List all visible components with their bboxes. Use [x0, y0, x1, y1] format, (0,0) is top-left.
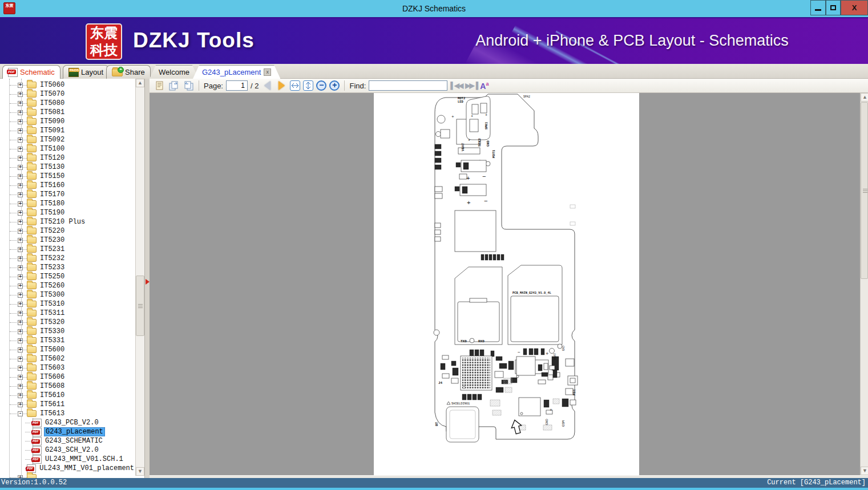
tree-item-folder[interactable]: IT5320: [0, 318, 135, 327]
tree-item-pdf-file[interactable]: UL243_MMI_V01.SCH.1: [0, 455, 135, 464]
tree-item-folder[interactable]: IT5230: [0, 236, 135, 245]
tree-item-folder[interactable]: IT5250: [0, 272, 135, 281]
tree-item-folder-expanded[interactable]: IT5613: [0, 409, 135, 418]
expand-plus-icon[interactable]: [18, 256, 23, 261]
tree-item-folder[interactable]: IT5092: [0, 135, 135, 144]
tree-item-folder[interactable]: IT5070: [0, 90, 135, 99]
expand-plus-icon[interactable]: [18, 128, 23, 133]
tree-item-folder[interactable]: IT5190: [0, 208, 135, 217]
expand-plus-icon[interactable]: [18, 320, 23, 325]
tree-item-pdf-file[interactable]: G243_pLacement: [0, 427, 135, 436]
tree-item-folder[interactable]: IT5080: [0, 99, 135, 108]
expand-plus-icon[interactable]: [18, 357, 23, 362]
pdf-scrollbar-thumb[interactable]: [861, 102, 868, 279]
expand-plus-icon[interactable]: [18, 375, 23, 380]
tree-item-folder[interactable]: IT5311: [0, 309, 135, 318]
scroll-up-icon[interactable]: ▲: [861, 93, 868, 102]
tree-item-folder[interactable]: IT5180: [0, 199, 135, 208]
tab-layout[interactable]: Layout: [63, 65, 109, 79]
expand-plus-icon[interactable]: [18, 284, 23, 289]
minimize-button[interactable]: [810, 0, 826, 15]
scroll-down-icon[interactable]: ▼: [136, 467, 144, 476]
expand-plus-icon[interactable]: [18, 384, 23, 389]
expand-plus-icon[interactable]: [18, 101, 23, 106]
expand-plus-icon[interactable]: [18, 311, 23, 316]
expand-plus-icon[interactable]: [18, 274, 23, 280]
tree-item-folder[interactable]: IT5600: [0, 345, 135, 354]
pdf-viewport[interactable]: MOT2 LED SPA2 SPK1 VBAT SPK3 GND MOT1 + …: [150, 93, 860, 475]
expand-plus-icon[interactable]: [18, 293, 23, 298]
tree-item-folder[interactable]: IT5100: [0, 144, 135, 153]
tree-item-folder[interactable]: IT5120: [0, 153, 135, 163]
tree-item-folder[interactable]: IT5603: [0, 363, 135, 372]
rotate-page-right-button[interactable]: [168, 80, 180, 91]
expand-plus-icon[interactable]: [18, 183, 23, 188]
tree-scrollbar[interactable]: ▲ ▼: [135, 79, 144, 476]
fit-page-button[interactable]: [303, 80, 313, 91]
tree-item-pdf-file[interactable]: G243_PCB_V2.0: [0, 418, 135, 427]
find-input[interactable]: [369, 80, 447, 91]
rotate-page-left-button[interactable]: [183, 80, 194, 91]
collapse-minus-icon[interactable]: [18, 411, 23, 416]
tab-close-icon[interactable]: x: [264, 68, 271, 76]
expand-plus-icon[interactable]: [18, 393, 23, 398]
tree-item-folder[interactable]: IT5331: [0, 336, 135, 345]
fit-width-button[interactable]: [290, 80, 300, 91]
expand-plus-icon[interactable]: [18, 147, 23, 152]
tree-item-folder[interactable]: IT5081: [0, 108, 135, 117]
tree-item-folder[interactable]: IT5602: [0, 354, 135, 363]
tree-item-folder[interactable]: IT5231: [0, 245, 135, 254]
expand-plus-icon[interactable]: [18, 92, 23, 97]
tab-schematic[interactable]: Schematic: [2, 65, 60, 79]
expand-plus-icon[interactable]: [18, 338, 23, 343]
expand-plus-icon[interactable]: [18, 238, 23, 243]
next-page-button[interactable]: [276, 80, 287, 91]
expand-plus-icon[interactable]: [18, 192, 23, 197]
tree-item-folder[interactable]: IT5610: [0, 391, 135, 400]
expand-plus-icon[interactable]: [18, 119, 23, 124]
tree-item-folder[interactable]: IT5220: [0, 226, 135, 236]
expand-plus-icon[interactable]: [18, 347, 23, 353]
expand-plus-icon[interactable]: [18, 137, 23, 143]
previous-page-button[interactable]: [261, 80, 273, 91]
tree-item-folder-partial[interactable]: [0, 473, 135, 478]
tree-item-pdf-file[interactable]: UL243_MMI_V01_placement: [0, 464, 135, 473]
expand-plus-icon[interactable]: [18, 165, 23, 170]
expand-plus-icon[interactable]: [18, 83, 23, 88]
find-previous-button[interactable]: ▌◀◀: [450, 82, 462, 90]
scroll-down-icon[interactable]: ▼: [861, 467, 868, 475]
tab-share[interactable]: Share: [106, 65, 151, 79]
find-next-button[interactable]: ▶▶▐: [465, 82, 477, 90]
tree-item-folder[interactable]: IT5130: [0, 163, 135, 172]
expand-plus-icon[interactable]: [18, 329, 23, 334]
copy-page-button[interactable]: [154, 80, 165, 91]
expand-plus-icon[interactable]: [18, 174, 23, 179]
close-button[interactable]: X: [841, 0, 868, 15]
expand-plus-icon[interactable]: [18, 265, 23, 270]
expand-plus-icon[interactable]: [18, 110, 23, 115]
page-number-input[interactable]: [226, 80, 248, 91]
zoom-out-button[interactable]: −: [316, 80, 326, 91]
tree-item-folder[interactable]: IT5150: [0, 172, 135, 181]
tree-item-pdf-file[interactable]: G243_SCH_V2.0: [0, 446, 135, 455]
expand-plus-icon[interactable]: [18, 229, 23, 234]
tree-item-folder[interactable]: IT5232: [0, 254, 135, 263]
splitter-collapse-icon[interactable]: [146, 279, 150, 285]
tree-item-folder[interactable]: IT5160: [0, 181, 135, 190]
tree-item-folder[interactable]: IT5300: [0, 290, 135, 299]
pdf-vertical-scrollbar[interactable]: ▲ ▼: [860, 93, 868, 475]
expand-plus-icon[interactable]: [18, 201, 23, 206]
expand-plus-icon[interactable]: [18, 402, 23, 407]
scroll-up-icon[interactable]: ▲: [136, 79, 144, 87]
expand-plus-icon[interactable]: [18, 302, 23, 307]
tree-item-pdf-file[interactable]: G243_SCHEMATIC: [0, 436, 135, 446]
doc-tab-g243-placement[interactable]: G243_pLacement x: [193, 65, 280, 79]
expand-plus-icon[interactable]: [18, 156, 23, 161]
tree-item-folder[interactable]: IT5090: [0, 117, 135, 126]
expand-plus-icon[interactable]: [18, 247, 23, 252]
tree-item-folder[interactable]: IT5330: [0, 327, 135, 336]
match-case-toggle[interactable]: Aa: [480, 81, 488, 91]
tree-item-folder[interactable]: IT5210 Plus: [0, 217, 135, 226]
expand-plus-icon[interactable]: [18, 210, 23, 216]
tree-item-folder[interactable]: IT5611: [0, 400, 135, 409]
